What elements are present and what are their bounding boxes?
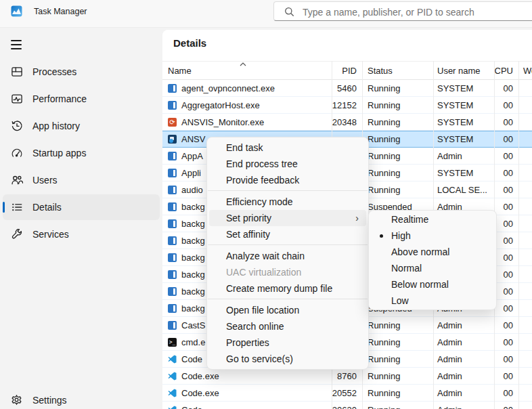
table-row[interactable]: Code.exe8760RunningAdmin00 <box>162 368 532 385</box>
search-input[interactable] <box>301 3 527 21</box>
menu-item-go-to-service-s-[interactable]: Go to service(s) <box>209 351 366 367</box>
menu-item-provide-feedback[interactable]: Provide feedback <box>209 172 366 188</box>
cell-status: Running <box>362 181 433 198</box>
cell-user: Admin <box>433 317 494 334</box>
cell-user: Admin <box>433 148 494 165</box>
users-icon <box>11 174 23 186</box>
cell-status: Running <box>362 334 433 351</box>
menu-item-set-priority[interactable]: Set priority› <box>209 210 366 226</box>
cell-user: SYSTEM <box>433 131 494 148</box>
sidebar-item-processes[interactable]: Processes <box>3 59 160 85</box>
cell-cpu: 00 <box>494 334 518 351</box>
column-header-pid[interactable]: PID <box>332 62 362 80</box>
menu-separator <box>208 244 368 245</box>
menu-separator <box>208 299 368 299</box>
search-box[interactable] <box>273 1 532 21</box>
task-manager-window: { "window": { "title": "Task Manager" },… <box>0 0 532 409</box>
cell-status: Running <box>362 80 433 97</box>
sidebar-item-services[interactable]: Services <box>3 221 160 247</box>
sidebar-item-performance[interactable]: Performance <box>3 86 160 112</box>
cell-cpu: 00 <box>494 80 518 97</box>
cell-user: Admin <box>433 334 494 351</box>
table-row[interactable]: Code.exe20552RunningAdmin00 <box>162 385 532 402</box>
page-title: Details <box>173 37 206 49</box>
sidebar-item-label: Performance <box>32 93 87 104</box>
cell-user: Admin <box>433 351 494 368</box>
menu-item-efficiency-mode[interactable]: Efficiency mode <box>209 194 366 210</box>
window-title: Task Manager <box>34 0 87 23</box>
submenu-item-high[interactable]: High <box>371 228 494 244</box>
menu-item-analyze-wait-chain[interactable]: Analyze wait chain <box>209 248 366 264</box>
sidebar-item-label: Services <box>32 229 69 240</box>
cell-pid: 20552 <box>332 385 362 402</box>
cell-name: Code <box>162 402 332 409</box>
details-icon <box>11 201 23 213</box>
cell-pid: 20620 <box>332 402 362 409</box>
context-menu: End taskEnd process treeProvide feedback… <box>206 137 369 370</box>
menu-item-search-online[interactable]: Search online <box>209 318 366 335</box>
sidebar-item-label: Users <box>32 175 58 186</box>
table-row[interactable]: agent_ovpnconnect.exe5460RunningSYSTEM00 <box>162 80 532 97</box>
cell-cpu: 00 <box>494 198 518 215</box>
sidebar-item-app-history[interactable]: App history <box>3 113 160 139</box>
column-header-name[interactable]: Name <box>162 62 332 80</box>
cell-user: SYSTEM <box>433 97 494 114</box>
menu-separator <box>208 190 368 191</box>
cell-status: Running <box>362 148 433 165</box>
sidebar-item-users[interactable]: Users <box>3 167 160 193</box>
cell-pid: 20348 <box>332 114 362 131</box>
table-row[interactable]: Code20620RunningAdmin00 <box>162 402 532 409</box>
navigation-menu-button[interactable] <box>8 36 26 53</box>
submenu-item-low[interactable]: Low <box>371 293 494 309</box>
cell-user: Admin <box>433 368 494 385</box>
cell-status: Running <box>362 97 433 114</box>
column-header-status[interactable]: Status <box>362 62 433 80</box>
table-row[interactable]: AggregatorHost.exe12152RunningSYSTEM00 <box>162 97 532 114</box>
processes-icon <box>11 66 23 78</box>
cell-status: Running <box>362 402 433 409</box>
cell-cpu: 00 <box>494 148 518 165</box>
sidebar-item-details[interactable]: Details <box>3 194 160 220</box>
sidebar-item-settings[interactable]: Settings <box>3 387 160 409</box>
menu-item-end-task[interactable]: End task <box>209 139 366 156</box>
submenu-item-below-normal[interactable]: Below normal <box>371 276 494 293</box>
submenu-item-realtime[interactable]: Realtime <box>371 211 494 228</box>
cell-cpu: 00 <box>494 165 518 181</box>
column-header-user-name[interactable]: User name <box>433 62 494 80</box>
menu-item-end-process-tree[interactable]: End process tree <box>209 156 366 172</box>
sidebar-item-startup-apps[interactable]: Startup apps <box>3 140 160 166</box>
column-divider[interactable] <box>518 61 519 409</box>
cell-cpu: 00 <box>494 385 518 402</box>
submenu-chevron-icon: › <box>355 210 359 226</box>
cell-user: LOCAL SE... <box>433 181 494 198</box>
column-header-wo[interactable]: Wo <box>518 62 532 80</box>
menu-item-create-memory-dump-file[interactable]: Create memory dump file <box>209 280 366 297</box>
menu-item-set-affinity[interactable]: Set affinity <box>209 226 366 242</box>
cell-pid: 12152 <box>332 97 362 114</box>
cell-cpu: 00 <box>494 215 518 232</box>
menu-item-open-file-location[interactable]: Open file location <box>209 302 366 318</box>
cell-cpu: 00 <box>494 97 518 114</box>
menu-item-properties[interactable]: Properties <box>209 335 366 351</box>
cell-status: Running <box>362 165 433 181</box>
table-row[interactable]: ⟳ANSVIS_Monitor.exe20348RunningSYSTEM00 <box>162 114 532 131</box>
sidebar-item-label: Processes <box>32 66 76 77</box>
cell-name: Code.exe <box>162 368 332 385</box>
column-header-cpu[interactable]: CPU <box>494 62 518 80</box>
submenu-item-above-normal[interactable]: Above normal <box>371 244 494 260</box>
startup-apps-icon <box>11 147 23 159</box>
search-icon <box>284 7 294 17</box>
submenu-item-normal[interactable]: Normal <box>371 260 494 276</box>
cell-cpu: 00 <box>494 114 518 131</box>
services-icon <box>11 228 23 240</box>
cell-name: Code.exe <box>162 385 332 402</box>
cell-pid: 5460 <box>332 80 362 97</box>
cell-user: Admin <box>433 385 494 402</box>
menu-item-uac-virtualization: UAC virtualization <box>209 264 366 280</box>
cell-cpu: 00 <box>494 181 518 198</box>
table-header: NamePIDStatusUser nameCPUWo <box>162 61 532 80</box>
sidebar-item-label: Details <box>32 202 62 213</box>
cell-status: Running <box>362 351 433 368</box>
cell-cpu: 00 <box>494 266 518 283</box>
cell-user: Admin <box>433 402 494 409</box>
